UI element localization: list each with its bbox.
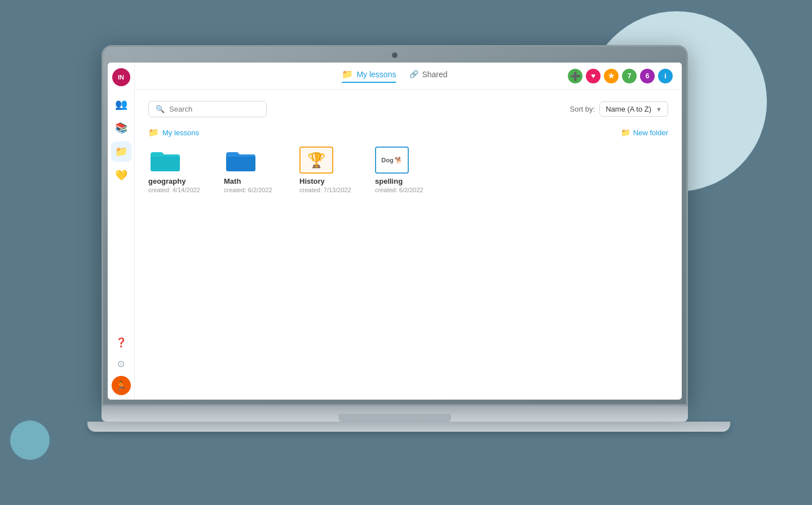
list-item[interactable]: Dog 🐕 spelling created: 6/2/2022 (375, 147, 437, 193)
lesson-spelling-label: spelling (375, 177, 403, 185)
star-icon: ★ (608, 72, 615, 80)
lesson-history-label: History (299, 177, 325, 185)
books-icon: 📚 (115, 122, 127, 134)
heart-badge-icon: ♥ (591, 72, 595, 80)
laptop-screen: IN 👥 📚 📁 💛 ❓ (108, 63, 682, 400)
sidebar: IN 👥 📚 📁 💛 ❓ (108, 63, 135, 400)
lesson-history-thumb: 🏆 (299, 147, 333, 174)
lesson-history-date: created: 7/13/2022 (299, 187, 351, 193)
folder-geography-label: geography (148, 177, 186, 185)
user-avatar[interactable]: IN (112, 68, 130, 86)
list-item[interactable]: geography created: 4/14/2022 (148, 147, 210, 193)
list-item[interactable]: 🏆 History created: 7/13/2022 (299, 147, 361, 193)
sidebar-item-people[interactable]: 👥 (111, 94, 131, 114)
lesson-spelling-emoji: 🐕 (395, 157, 403, 164)
top-navigation: 📁 My lessons 🔗 Shared ➕ ♥ (135, 63, 682, 90)
folder-nav-icon: 📁 (115, 145, 127, 158)
laptop-bezel: IN 👥 📚 📁 💛 ❓ (102, 45, 688, 406)
badge-add[interactable]: ➕ (568, 69, 582, 83)
breadcrumb-folder-icon: 📁 (148, 127, 159, 138)
search-icon: 🔍 (156, 105, 165, 113)
search-input[interactable] (169, 105, 259, 113)
lesson-spelling-date: created: 6/2/2022 (375, 187, 423, 193)
main-content: 📁 My lessons 🔗 Shared ➕ ♥ (135, 63, 682, 400)
compass-button[interactable]: ⊙ (112, 355, 130, 373)
tab-shared[interactable]: 🔗 Shared (409, 70, 447, 82)
people-icon: 👥 (115, 98, 127, 110)
badge-star[interactable]: ★ (604, 69, 619, 83)
folder-geography-date: created: 4/14/2022 (148, 187, 200, 193)
new-folder-label: New folder (633, 129, 668, 137)
footer-avatar-icon: 🏃 (116, 380, 127, 391)
breadcrumb-row: 📁 My lessons 📁 New folder (148, 127, 668, 138)
folder-geography-icon (148, 147, 182, 174)
sidebar-bottom: ❓ ⊙ 🏃 (112, 333, 131, 400)
my-lessons-folder-icon: 📁 (342, 69, 353, 79)
nav-tabs: 📁 My lessons 🔗 Shared (342, 69, 447, 83)
help-icon: ❓ (116, 337, 127, 348)
sort-value: Name (A to Z) (606, 105, 651, 113)
laptop-camera (392, 52, 398, 58)
list-item[interactable]: Math created: 6/2/2022 (224, 147, 286, 193)
help-button[interactable]: ❓ (112, 333, 130, 351)
badge-heart[interactable]: ♥ (586, 69, 601, 83)
sort-controls: Sort by: Name (A to Z) ▼ (570, 101, 668, 117)
shared-icon: 🔗 (409, 70, 418, 78)
sidebar-item-books[interactable]: 📚 (111, 118, 131, 138)
badge-7[interactable]: 7 (622, 69, 637, 83)
new-folder-button[interactable]: 📁 New folder (621, 128, 668, 137)
bg-decoration-circle-bottom (10, 420, 50, 460)
lesson-history-icon: 🏆 (307, 152, 325, 169)
folder-math-icon (224, 147, 258, 174)
user-footer-avatar[interactable]: 🏃 (112, 376, 131, 395)
folder-math-label: Math (224, 177, 241, 185)
laptop-base (102, 406, 688, 422)
heart-icon: 💛 (115, 169, 127, 181)
add-icon: ➕ (570, 71, 581, 81)
compass-icon: ⊙ (117, 358, 125, 369)
laptop-foot (87, 422, 730, 432)
chevron-down-icon: ▼ (656, 106, 662, 113)
top-nav-right: ➕ ♥ ★ 7 6 (568, 69, 673, 83)
laptop-container: IN 👥 📚 📁 💛 ❓ (87, 45, 702, 440)
search-box[interactable]: 🔍 (148, 101, 267, 117)
tab-my-lessons[interactable]: 📁 My lessons (342, 69, 396, 83)
new-folder-icon: 📁 (621, 128, 630, 137)
lesson-spelling-text: Dog (381, 157, 393, 163)
sort-label: Sort by: (570, 105, 595, 113)
breadcrumb-label: My lessons (162, 129, 199, 137)
sidebar-item-favorites[interactable]: 💛 (111, 165, 131, 185)
sidebar-item-folder[interactable]: 📁 (111, 141, 131, 162)
lesson-spelling-thumb: Dog 🐕 (375, 147, 409, 174)
sort-dropdown[interactable]: Name (A to Z) ▼ (599, 101, 668, 117)
info-button[interactable]: i (658, 69, 673, 83)
breadcrumb[interactable]: 📁 My lessons (148, 127, 199, 138)
badge-6[interactable]: 6 (640, 69, 655, 83)
items-grid: geography created: 4/14/2022 M (148, 147, 668, 193)
toolbar-row: 🔍 Sort by: Name (A to Z) ▼ (148, 101, 668, 117)
folder-math-date: created: 6/2/2022 (224, 187, 272, 193)
content-area: 🔍 Sort by: Name (A to Z) ▼ (135, 90, 682, 400)
